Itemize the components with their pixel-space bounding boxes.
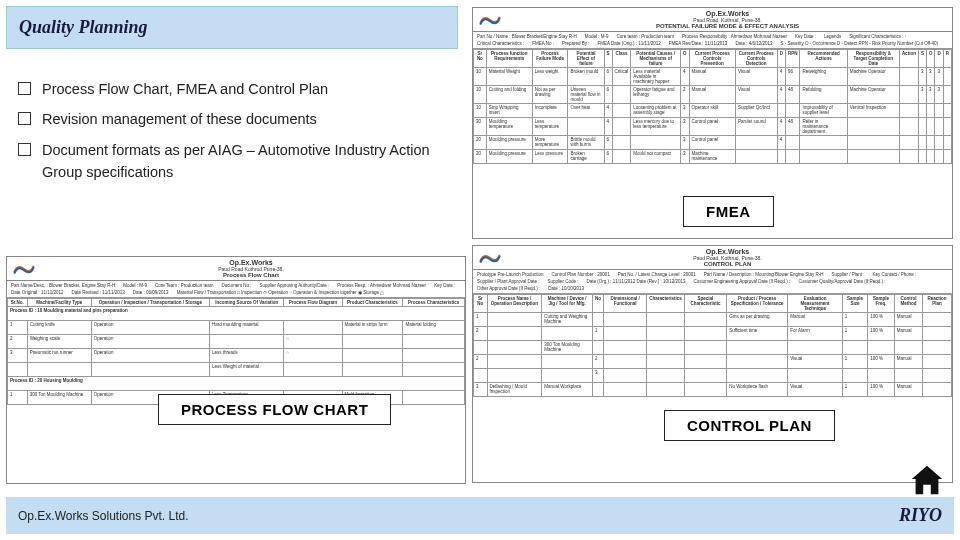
cell: 300 Ton Moulding Machine [542, 341, 593, 355]
cell: Broken carriage [568, 150, 604, 164]
cell [684, 383, 726, 397]
cell: 3 [8, 349, 28, 363]
cell: Weighing scale [27, 335, 91, 349]
table-row: 3Deflashing / Mould InspectionManual Wor… [474, 383, 952, 397]
col-header: Special Characteristic [684, 295, 726, 313]
section-row: Process ID : 20 Housing Moulding [8, 377, 465, 391]
cell: No Workpiece flash [727, 383, 788, 397]
cell [647, 327, 685, 341]
col-header: Responsibility & Target Completion Date [847, 50, 899, 68]
cell [647, 355, 685, 369]
fmea-header: Op.Ex.Works Paud Road, Kothrud, Pune-38.… [473, 8, 952, 32]
table-row: 21Sufficient timeFor Alarm1100 %Manual [474, 327, 952, 341]
col-header: Potential Effect of failure [568, 50, 604, 68]
meta-field: Date (Org.) : 11/11/2012 Date (Rev.) : 1… [587, 279, 686, 284]
table-row: 3Pneumatic nut runnerOperationLess threa… [8, 349, 465, 363]
cell [612, 86, 631, 104]
meta-field: Critical Characteristics : [477, 41, 524, 46]
cell: 1 [592, 327, 603, 341]
cell: Control panel [689, 118, 735, 136]
col-header: Sr.No. [8, 299, 28, 307]
col-header: D [777, 50, 785, 68]
cell [612, 136, 631, 150]
bullet-item: Process Flow Chart, FMEA and Control Pla… [18, 78, 458, 100]
cell: Machine Operator [847, 68, 899, 86]
cell: Operation [91, 335, 209, 349]
cell: Incomplete [532, 104, 568, 118]
cell [923, 341, 952, 355]
cell: ○ [284, 335, 342, 349]
meta-field: Part Name/Desc. : Blower Bracket, Engine… [11, 283, 115, 288]
fmea-table: Sr NoProcess function RequirementsProces… [473, 49, 952, 164]
cell: 100 % [868, 327, 894, 341]
cell [568, 118, 604, 136]
cell: Gms as per drawing [727, 313, 788, 327]
cell: 20 [474, 150, 487, 164]
doc-type: POTENTIAL FAILURE MODE & EFFECT ANALYSIS [507, 23, 948, 29]
cell: 10 [474, 104, 487, 118]
cell: Cutting and folding [486, 86, 532, 104]
meta-field: Supplier Code : [548, 279, 579, 284]
cell [923, 383, 952, 397]
cp-panel: Op.Ex.Works Paud Road, Kothrud, Pune-38.… [472, 245, 953, 483]
cell: Critical [612, 68, 631, 86]
cell: 3 [918, 68, 926, 86]
cell: Operator fatigue and lethargy [631, 86, 681, 104]
col-header: Process function Requirements [486, 50, 532, 68]
cell: 2 [8, 335, 28, 349]
cell: 1 [8, 391, 28, 405]
cell: Operator skill [689, 104, 735, 118]
cell: Uneven material flow in mould [568, 86, 604, 104]
cell: 3 [926, 68, 935, 86]
cell [842, 369, 867, 383]
home-icon[interactable] [908, 462, 946, 496]
cell: 2 [474, 355, 488, 369]
table-row: 20Moulding pressureMore temperatureBritt… [474, 136, 952, 150]
meta-field: Part No / Name : Blower Bracket/Engine S… [477, 34, 577, 39]
cell [27, 363, 91, 377]
table-row: 10Material WeightLess weightBroken mould… [474, 68, 952, 86]
cell [868, 341, 894, 355]
cell: ○ [284, 349, 342, 363]
cell [926, 136, 935, 150]
cell: 4 [777, 136, 785, 150]
cell [474, 341, 488, 355]
cell [918, 118, 926, 136]
pfc-panel: Op.Ex.Works Paud Road Kothrud Pune-38. P… [6, 256, 466, 484]
cell: 4 [604, 104, 612, 118]
pfc-table: Sr.No.Machine/Facility TypeOperation / I… [7, 298, 465, 405]
page-title: Quality Planning [19, 17, 445, 38]
cell [592, 383, 603, 397]
table-row: 2Weighing scaleOperation○ [8, 335, 465, 349]
col-header: Process Name / Operation Description [487, 295, 542, 313]
cell [487, 341, 542, 355]
cell: Moulding pressure [486, 150, 532, 164]
cell [842, 341, 867, 355]
meta-field: Part No. / Latest Change Level : 20001 [618, 272, 696, 277]
cell: Not as per drawing [532, 86, 568, 104]
cell [899, 68, 918, 86]
fmea-caption: FMEA [683, 196, 774, 227]
cell [788, 369, 843, 383]
meta-field: Date Revised : 11/11/2013 [72, 290, 125, 295]
cell [777, 150, 785, 164]
cell: Pneumatic nut runner [27, 349, 91, 363]
cell [727, 369, 788, 383]
cell [868, 369, 894, 383]
table-row: 20Moulding pressureLess pressureBroken c… [474, 150, 952, 164]
cell: Less material Available in machinery hop… [631, 68, 681, 86]
cell [735, 136, 777, 150]
cell [603, 383, 646, 397]
meta-field: Control Plan Number : 20001 [552, 272, 610, 277]
cell: 3 [935, 86, 943, 104]
cell [592, 341, 603, 355]
cell [935, 150, 943, 164]
table-row: 300 Ton Moulding Machine [474, 341, 952, 355]
meta-field: Date Original : 11/11/2012 [11, 290, 64, 295]
cell [943, 86, 951, 104]
cell: 3 [681, 136, 690, 150]
pfc-header: Op.Ex.Works Paud Road Kothrud Pune-38. P… [7, 257, 465, 281]
cell: 6 [604, 86, 612, 104]
cell: Improvability of supplier level [800, 104, 847, 118]
cell: Vertical Inspection [847, 104, 899, 118]
